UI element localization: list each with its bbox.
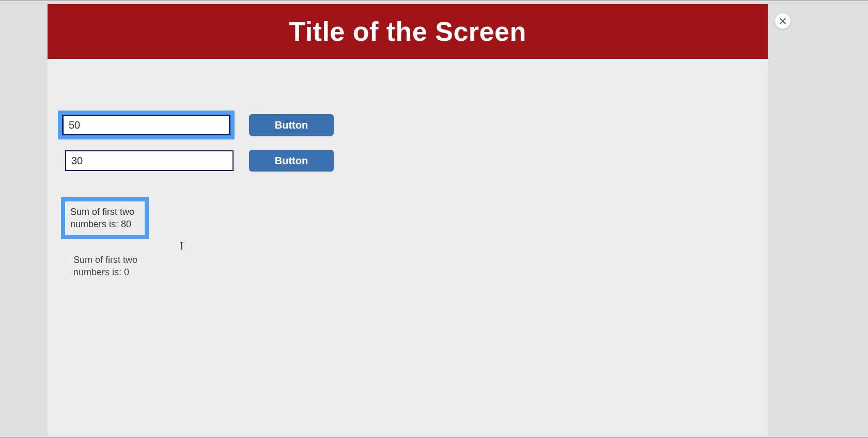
highlight-box-icon <box>58 111 235 139</box>
button-2[interactable]: Button <box>249 150 334 171</box>
input-1-highlight <box>58 111 244 139</box>
input-2-wrap <box>58 150 244 171</box>
results-area: Sum of first two numbers is: 80 Sum of f… <box>58 182 757 283</box>
result-plain: Sum of first two numbers is: 0 <box>68 249 156 283</box>
input-1[interactable] <box>62 115 230 135</box>
close-icon <box>779 18 786 25</box>
header: Title of the Screen <box>48 4 768 59</box>
app-screen: Title of the Screen Button Button Sum of… <box>48 4 768 436</box>
page-title: Title of the Screen <box>289 16 526 47</box>
viewport: Title of the Screen Button Button Sum of… <box>0 0 868 438</box>
input-2[interactable] <box>65 150 234 171</box>
button-1[interactable]: Button <box>249 114 334 136</box>
input-row-1: Button <box>58 111 757 139</box>
input-row-2: Button <box>58 150 757 171</box>
close-button[interactable] <box>775 13 791 29</box>
result-highlighted: Sum of first two numbers is: 80 <box>61 197 149 239</box>
content-area: Button Button Sum of first two numbers i… <box>48 59 768 293</box>
